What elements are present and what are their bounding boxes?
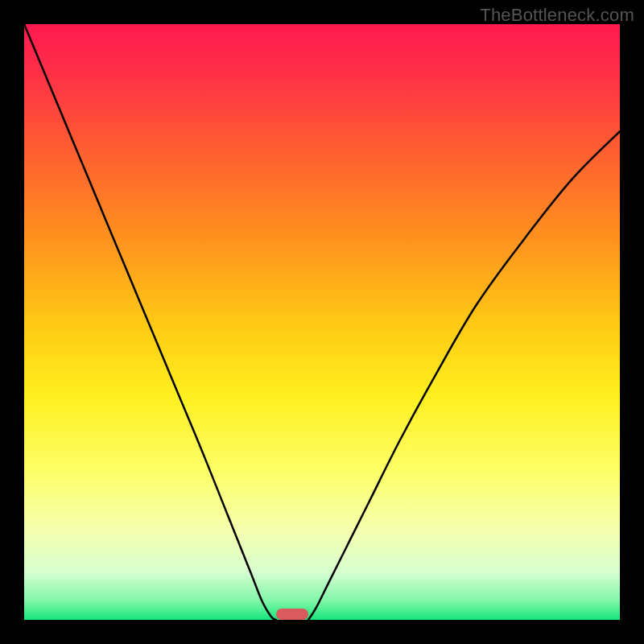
watermark-text: TheBottleneck.com [480,5,634,26]
gradient-background [24,24,620,620]
marker-group [276,609,308,620]
plot-area [24,24,620,620]
optimal-marker [276,609,308,620]
bottleneck-chart [24,24,620,620]
chart-frame: TheBottleneck.com [0,0,644,644]
